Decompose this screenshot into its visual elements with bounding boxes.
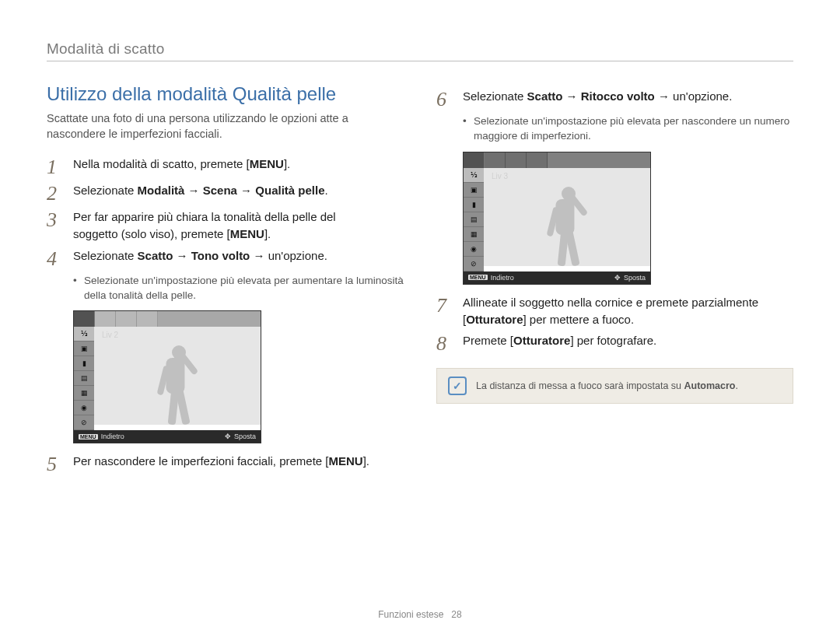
step-text: Premete [ [463,334,513,347]
note-icon: ✓ [448,377,467,395]
step-number: 2 [47,182,64,204]
subject-silhouette-icon [533,180,595,266]
note-pre: La distanza di messa a fuoco sarà impost… [476,380,684,391]
step-text: → un'opzione. [250,249,327,262]
nav-path-item: Tono volto [191,249,250,262]
lcd-move-hint: ✥ Sposta [225,433,256,440]
column-right: 6 Selezionate Scatto → Ritocco volto → u… [436,83,793,476]
lcd-footer: MENU Indietro ✥ Sposta [74,430,261,443]
step-body: Selezionate Scatto → Tono volto → un'opz… [73,247,327,269]
note-bold: Automacro [684,380,736,391]
step-2: 2 Selezionate Modalità → Scena → Qualità… [47,182,404,204]
step-number: 7 [436,294,453,328]
lcd-side-icon: ▮ [74,356,94,371]
note-post: . [736,380,738,391]
lcd-tab-selected [74,311,95,327]
column-left: Utilizzo della modalità Qualità pelle Sc… [47,83,404,476]
lcd-side-icon: ▤ [74,371,94,386]
lcd-back-label: Indietro [101,433,124,440]
step-text: Selezionate [73,249,138,262]
sub-bullet: Selezionate un'impostazione più elevata … [73,274,404,303]
lcd-side-icon: ◉ [74,401,94,415]
sub-bullet: Selezionate un'impostazione più elevata … [463,114,793,144]
step-text: Selezionate [463,89,527,103]
running-header: Modalità di scatto [47,40,793,58]
note-text: La distanza di messa a fuoco sarà impost… [476,380,738,394]
lcd-side-icon: ⊘ [464,257,484,271]
lcd-side-icon: ▣ [464,183,484,198]
step-4: 4 Selezionate Scatto → Tono volto → un'o… [47,247,404,269]
step-6: 6 Selezionate Scatto → Ritocco volto → u… [436,88,793,110]
step-number: 6 [436,88,453,110]
lcd-side-icon: ⅓ [464,168,484,183]
nav-arrow: → [237,184,255,197]
lcd-side-icons: ⅓ ▣ ▮ ▤ ▦ ◉ ⊘ [464,168,484,271]
step-text: ]. [363,454,369,468]
step-4-sub: Selezionate un'impostazione più elevata … [73,274,404,303]
nav-path-item: Scatto [138,249,173,262]
lcd-tab [527,152,548,168]
dpad-icon: ✥ [225,433,231,440]
shutter-key: Otturatore [466,313,523,326]
shutter-key: Otturatore [513,334,570,347]
lcd-side-icon: ⅓ [74,327,94,342]
menu-chip-icon: MENU [79,434,98,440]
lcd-viewfinder: Liv 3 [484,168,650,266]
dpad-icon: ✥ [614,274,621,282]
menu-chip-icon: MENU [468,275,488,280]
step-3: 3 Per far apparire più chiara la tonalit… [47,208,404,243]
lcd-move-label: Sposta [624,274,646,282]
camera-lcd-preview-2: ⅓ ▣ ▮ ▤ ▦ ◉ ⊘ Liv 3 [463,152,651,285]
nav-path-item: Scatto [527,89,563,103]
lcd-move-hint: ✥ Sposta [614,274,646,282]
lcd-tab [95,311,116,327]
nav-arrow: → [173,249,191,262]
lcd-tab [116,311,137,327]
step-body: Per nascondere le imperfezioni facciali,… [73,453,369,475]
step-body: Selezionate Modalità → Scena → Qualità p… [73,182,328,204]
step-text: Per far apparire più chiara la tonalità … [73,210,336,223]
menu-key: MENU [329,454,363,468]
step-number: 3 [47,208,64,243]
section-heading: Utilizzo della modalità Qualità pelle [47,83,404,105]
lcd-back-hint: MENU Indietro [79,433,124,440]
step-text: ] per mettere a fuoco. [523,313,635,326]
lcd-side-icon: ▦ [74,386,94,401]
step-number: 1 [47,156,64,177]
step-number: 8 [436,332,453,354]
lcd-side-icon: ◉ [464,242,484,257]
step-5: 5 Per nascondere le imperfezioni faccial… [47,453,404,475]
steps-list-right: 6 Selezionate Scatto → Ritocco volto → u… [436,88,793,404]
step-text: Allineate il soggetto nella cornice e pr… [463,296,758,309]
menu-key: MENU [230,227,264,240]
step-text: ]. [264,227,271,240]
lcd-side-icon: ▣ [74,342,94,356]
step-6-sub: Selezionate un'impostazione più elevata … [463,114,793,144]
step-body: Per far apparire più chiara la tonalità … [73,208,336,243]
lcd-side-icons: ⅓ ▣ ▮ ▤ ▦ ◉ ⊘ [74,327,94,430]
header-rule [47,61,793,61]
footer-section-label: Funzioni estese [378,609,443,620]
lcd-footer: MENU Indietro ✥ Sposta [464,271,650,284]
step-text: Selezionate [73,184,138,197]
page-footer: Funzioni estese 28 [0,609,840,620]
lcd-tab [485,152,506,168]
nav-path-item: Ritocco volto [581,89,655,103]
camera-lcd-preview-1: ⅓ ▣ ▮ ▤ ▦ ◉ ⊘ Liv 2 [73,310,261,443]
step-body: Selezionate Scatto → Ritocco volto → un'… [463,88,732,110]
step-8: 8 Premete [Otturatore] per fotografare. [436,332,793,354]
lcd-body: ⅓ ▣ ▮ ▤ ▦ ◉ ⊘ Liv 2 [74,327,261,430]
step-text: ] per fotografare. [570,334,656,347]
lcd-back-label: Indietro [491,274,514,282]
lcd-tab-selected [464,152,485,168]
nav-path-item: Modalità [138,184,185,197]
step-body: Premete [Otturatore] per fotografare. [463,332,656,354]
step-text: . [325,184,328,197]
lcd-tab-row [464,152,650,168]
steps-list: 1 Nella modalità di scatto, premete [MEN… [47,156,404,475]
lcd-side-icon: ▦ [464,227,484,242]
lcd-side-icon: ⊘ [74,415,94,430]
lcd-tab [506,152,527,168]
step-text: soggetto (solo viso), premete [ [73,227,230,240]
lcd-move-label: Sposta [234,433,256,440]
